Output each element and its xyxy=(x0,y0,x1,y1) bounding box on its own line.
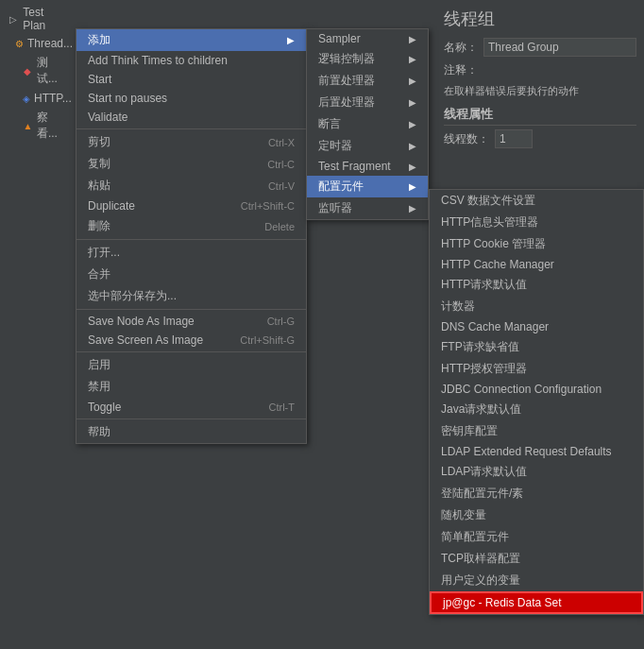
menu-item-delete[interactable]: 删除 Delete xyxy=(76,215,306,237)
submenu-assertion[interactable]: 断言 ▶ xyxy=(307,113,428,135)
config-http-default[interactable]: HTTP请求默认值 xyxy=(430,274,643,296)
config-csv[interactable]: CSV 数据文件设置 xyxy=(430,190,643,212)
menu-item-save-screen-image[interactable]: Save Screen As Image Ctrl+Shift-G xyxy=(76,331,306,350)
menu-item-save-node-image[interactable]: Save Node As Image Ctrl-G xyxy=(76,312,306,331)
context-menu-primary: 添加 ▶ Add Think Times to children Start S… xyxy=(76,28,307,444)
submenu-sampler[interactable]: Sampler ▶ xyxy=(307,29,428,48)
menu-item-help[interactable]: 帮助 xyxy=(76,421,306,443)
config-http-cache[interactable]: HTTP Cache Manager xyxy=(430,255,643,274)
separator-1 xyxy=(76,128,306,129)
sampler-arrow: ▶ xyxy=(409,34,416,44)
config-ftp-default[interactable]: FTP请求缺省值 xyxy=(430,336,643,358)
error-action-label: 在取样器错误后要执行的动作 xyxy=(444,84,636,98)
menu-item-add[interactable]: 添加 ▶ xyxy=(76,29,306,51)
submenu-pre-processor[interactable]: 前置处理器 ▶ xyxy=(307,70,428,92)
menu-item-enable[interactable]: 启用 xyxy=(76,354,306,376)
separator-4 xyxy=(76,351,306,352)
separator-2 xyxy=(76,239,306,240)
config-user-var[interactable]: 用户定义的变量 xyxy=(430,570,643,591)
menu-item-start-no-pauses[interactable]: Start no pauses xyxy=(76,89,306,108)
config-ldap-ext[interactable]: LDAP Extended Request Defaults xyxy=(430,442,643,461)
post-arrow: ▶ xyxy=(409,97,416,108)
name-field-row: 名称： xyxy=(444,38,636,57)
comment-label: 注释： xyxy=(444,62,478,78)
menu-item-paste[interactable]: 粘贴 Ctrl-V xyxy=(76,175,306,196)
listener-submenu-arrow: ▶ xyxy=(409,203,416,213)
config-login-config[interactable]: 登陆配置元件/素 xyxy=(430,483,643,504)
separator-5 xyxy=(76,418,306,419)
thread-count-row: 线程数： xyxy=(444,129,636,148)
menu-item-duplicate[interactable]: Duplicate Ctrl+Shift-C xyxy=(76,196,306,215)
submenu-listener[interactable]: 监听器 ▶ xyxy=(307,197,428,219)
thread-props-title: 线程属性 xyxy=(444,106,636,126)
submenu-test-fragment[interactable]: Test Fragment ▶ xyxy=(307,157,428,176)
thread-count-label: 线程数： xyxy=(444,131,489,147)
thread-count-input[interactable] xyxy=(495,129,533,148)
menu-item-save-selection[interactable]: 选中部分保存为... xyxy=(76,285,306,307)
comment-field-row: 注释： xyxy=(444,62,636,78)
submenu-timer[interactable]: 定时器 ▶ xyxy=(307,135,428,157)
submenu-add: Sampler ▶ 逻辑控制器 ▶ 前置处理器 ▶ 后置处理器 ▶ 断言 ▶ 定… xyxy=(306,28,429,220)
menu-item-disable[interactable]: 禁用 xyxy=(76,376,306,398)
menu-item-cut[interactable]: 剪切 Ctrl-X xyxy=(76,131,306,153)
name-input[interactable] xyxy=(483,38,636,57)
menu-item-copy[interactable]: 复制 Ctrl-C xyxy=(76,153,306,175)
timer-arrow: ▶ xyxy=(409,141,416,151)
panel-title: 线程组 xyxy=(444,8,636,30)
config-tcp-config[interactable]: TCP取样器配置 xyxy=(430,548,643,570)
config-jdbc[interactable]: JDBC Connection Configuration xyxy=(430,380,643,399)
menu-item-open[interactable]: 打开... xyxy=(76,242,306,264)
fragment-arrow: ▶ xyxy=(409,162,416,172)
menu-item-toggle[interactable]: Toggle Ctrl-T xyxy=(76,398,306,417)
config-arrow: ▶ xyxy=(409,181,416,192)
submenu-logic-controller[interactable]: 逻辑控制器 ▶ xyxy=(307,48,428,70)
config-ldap-default[interactable]: LDAP请求默认值 xyxy=(430,461,643,483)
config-java-default[interactable]: Java请求默认值 xyxy=(430,399,643,420)
assertion-arrow: ▶ xyxy=(409,119,416,129)
config-redis-data-set[interactable]: jp@gc - Redis Data Set xyxy=(430,591,643,614)
menu-item-add-think-times[interactable]: Add Think Times to children xyxy=(76,51,306,70)
separator-3 xyxy=(76,309,306,310)
config-simple-config[interactable]: 简单配置元件 xyxy=(430,526,643,548)
config-http-auth[interactable]: HTTP授权管理器 xyxy=(430,358,643,380)
arrow-icon: ▶ xyxy=(287,35,295,45)
config-keystore[interactable]: 密钥库配置 xyxy=(430,420,643,442)
menu-item-start[interactable]: Start xyxy=(76,70,306,89)
menu-item-validate[interactable]: Validate xyxy=(76,108,306,127)
config-dns-cache[interactable]: DNS Cache Manager xyxy=(430,317,643,336)
config-http-cookie[interactable]: HTTP Cookie 管理器 xyxy=(430,233,643,255)
logic-arrow: ▶ xyxy=(409,54,416,64)
menu-item-merge[interactable]: 合并 xyxy=(76,264,306,285)
config-http-header[interactable]: HTTP信息头管理器 xyxy=(430,212,643,233)
submenu-config: CSV 数据文件设置 HTTP信息头管理器 HTTP Cookie 管理器 HT… xyxy=(429,189,644,615)
name-label: 名称： xyxy=(444,40,478,56)
submenu-config-element[interactable]: 配置元件 ▶ xyxy=(307,176,428,197)
pre-arrow: ▶ xyxy=(409,76,416,86)
context-menu-overlay: 添加 ▶ Add Think Times to children Start S… xyxy=(0,0,434,649)
config-counter[interactable]: 计数器 xyxy=(430,296,643,317)
submenu-post-processor[interactable]: 后置处理器 ▶ xyxy=(307,92,428,113)
config-random-var[interactable]: 随机变量 xyxy=(430,504,643,526)
